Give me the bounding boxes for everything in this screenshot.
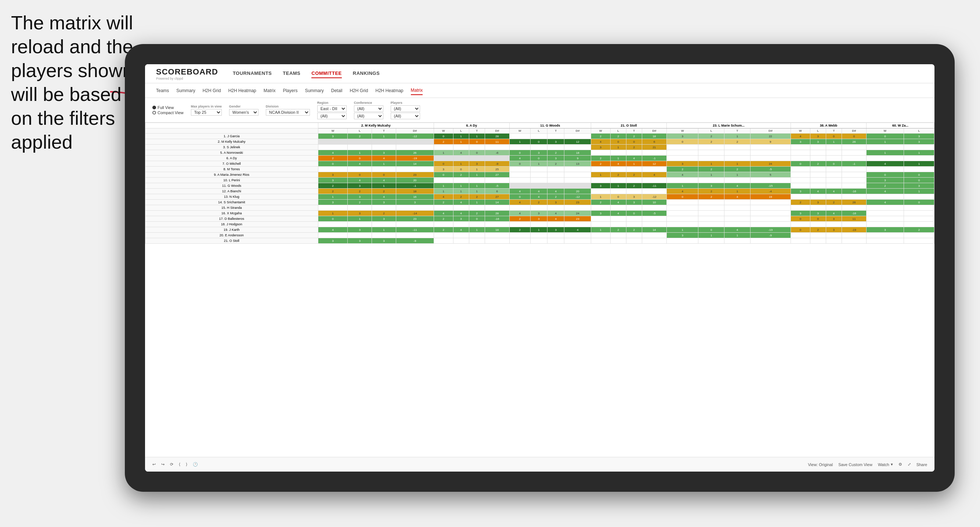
matrix-cell: 2 [724, 167, 751, 172]
sub-nav-h2h-grid[interactable]: H2H Grid [203, 87, 221, 95]
matrix-cell [547, 144, 564, 150]
matrix-cell: 0 [904, 200, 934, 205]
matrix-cell [826, 156, 842, 161]
sub-nav-detail[interactable]: Detail [331, 87, 342, 95]
table-row: 7. O Mitchell04114013-901213241123112402… [145, 161, 934, 167]
matrix-cell [867, 156, 904, 161]
nav-teams[interactable]: TEAMS [283, 69, 300, 78]
matrix-cell [564, 205, 591, 211]
matrix-cell: 18 [642, 133, 667, 139]
wlt-w1: W [318, 129, 348, 133]
matrix-cell [434, 144, 453, 150]
row-player-name: 5. A Nomrowski [145, 150, 318, 156]
matrix-cell: 28 [485, 211, 509, 216]
matrix-cell [610, 167, 626, 172]
matrix-cell: -5 [642, 211, 667, 216]
redo-button[interactable]: ↪ [161, 462, 164, 467]
row-player-name: 1. J Garcia [145, 133, 318, 139]
matrix-cell [547, 167, 564, 172]
nav-committee[interactable]: COMMITTEE [311, 69, 342, 78]
sub-nav-teams[interactable]: Teams [156, 87, 169, 95]
col-header-4: 21. O Stoll [591, 123, 667, 129]
matrix-cell [698, 144, 724, 150]
matrix-cell: 1 [724, 233, 751, 238]
players-select[interactable]: (All) [391, 105, 420, 112]
matrix-cell [667, 200, 698, 205]
matrix-cell: 3 [318, 178, 348, 183]
sub-nav-h2h-heatmap[interactable]: H2H Heatmap [228, 87, 256, 95]
sub-nav-players[interactable]: Players [283, 87, 298, 95]
matrix-cell [698, 200, 724, 205]
sub-nav-h2h-grid2[interactable]: H2H Grid [350, 87, 368, 95]
main-content[interactable]: 2. M Kelly Mulcahy 6. A Dy 11. G Woods 2… [145, 122, 934, 457]
gender-select[interactable]: Women's [229, 109, 258, 116]
matrix-cell [396, 205, 434, 211]
matrix-cell [509, 133, 530, 139]
matrix-cell: 4 [509, 211, 530, 216]
matrix-cell: 4 [530, 194, 547, 200]
matrix-cell: 27 [485, 194, 509, 200]
wlt-corner [145, 129, 318, 133]
matrix-cell [791, 172, 810, 178]
sub-nav-summary2[interactable]: Summary [305, 87, 323, 95]
matrix-cell: 0 [434, 172, 453, 178]
matrix-cell: 18 [485, 227, 509, 233]
nav-tournaments[interactable]: TOURNAMENTS [233, 69, 272, 78]
matrix-cell [810, 178, 826, 183]
compact-view-radio[interactable] [153, 111, 156, 114]
conference-all-select[interactable]: (All) [354, 113, 383, 119]
matrix-cell: 4 [547, 189, 564, 194]
matrix-cell [434, 222, 453, 227]
wlt-t5: T [724, 129, 751, 133]
view-original-button[interactable]: View: Original [808, 462, 833, 467]
matrix-cell [372, 144, 396, 150]
matrix-cell [372, 167, 396, 172]
matrix-cell [750, 178, 791, 183]
save-custom-button[interactable]: Save Custom View [838, 462, 872, 467]
nav-forward-button[interactable]: ⟩ [186, 462, 187, 467]
matrix-cell: 4 [509, 200, 530, 205]
matrix-cell: 4 [453, 150, 469, 156]
matrix-cell: 2 [591, 200, 610, 205]
matrix-cell [826, 144, 842, 150]
undo-button[interactable]: ↩ [153, 462, 156, 467]
sub-nav-h2h-heatmap2[interactable]: H2H Heatmap [375, 87, 403, 95]
matrix-cell: 3 [791, 189, 810, 194]
players-all-select[interactable]: (All) [391, 113, 420, 119]
full-view-radio[interactable] [153, 106, 156, 110]
region-select[interactable]: East - DII [317, 105, 347, 112]
matrix-cell: -4 [750, 189, 791, 194]
matrix-cell: 1 [453, 189, 469, 194]
sub-nav-matrix2[interactable]: Matrix [411, 86, 423, 95]
clock-button[interactable]: 🕐 [193, 462, 198, 467]
matrix-cell [626, 233, 642, 238]
matrix-cell [667, 222, 698, 227]
matrix-cell [564, 172, 591, 178]
matrix-cell [610, 178, 626, 183]
matrix-cell [867, 167, 904, 172]
division-select[interactable]: NCAA Division II [266, 109, 310, 116]
conference-select[interactable]: (All) [354, 105, 383, 112]
matrix-cell: 3 [372, 200, 396, 205]
matrix-cell [591, 222, 610, 227]
settings-button[interactable]: ⚙ [899, 462, 902, 467]
matrix-cell [667, 156, 698, 161]
refresh-button[interactable]: ⟳ [170, 462, 173, 467]
matrix-cell: 25 [485, 167, 509, 172]
watch-button[interactable]: Watch ▾ [878, 462, 893, 467]
max-players-select[interactable]: Top 25 [191, 109, 222, 116]
expand-button[interactable]: ⤢ [908, 462, 911, 467]
region-all-select[interactable]: (All) [317, 113, 347, 119]
sub-nav-matrix[interactable]: Matrix [264, 87, 276, 95]
matrix-cell: 3 [547, 227, 564, 233]
matrix-cell [485, 233, 509, 238]
nav-rankings[interactable]: RANKINGS [353, 69, 380, 78]
sub-nav-summary[interactable]: Summary [176, 87, 195, 95]
compact-view-option[interactable]: Compact View [153, 111, 184, 115]
full-view-option[interactable]: Full View [153, 105, 184, 110]
annotation-text: The matrix will reload and the players s… [11, 11, 136, 154]
share-button[interactable]: Share [916, 462, 927, 467]
nav-back-button[interactable]: ⟨ [179, 462, 180, 467]
matrix-cell [453, 205, 469, 211]
matrix-cell [750, 150, 791, 156]
